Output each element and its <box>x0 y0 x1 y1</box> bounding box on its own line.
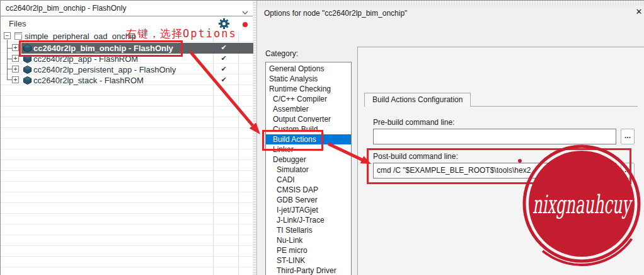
enabled-check-icon[interactable]: ✔ <box>217 44 230 52</box>
category-item[interactable]: CMSIS DAP <box>266 185 351 195</box>
close-icon[interactable]: ✕ <box>634 7 644 17</box>
files-header-label: Files <box>9 19 26 28</box>
expand-icon[interactable]: + <box>12 55 19 62</box>
project-icon <box>23 66 32 74</box>
category-item[interactable]: J-Link/J-Trace <box>266 215 351 225</box>
expand-icon[interactable]: + <box>12 76 19 83</box>
category-item[interactable]: GDB Server <box>266 195 351 205</box>
expand-icon[interactable]: + <box>12 44 19 51</box>
workspace-overview-icon <box>14 32 22 40</box>
category-item[interactable]: PE micro <box>266 245 351 255</box>
tree-item-label[interactable]: cc2640r2lp_stack - FlashROM <box>33 76 144 85</box>
tree-item-label[interactable]: simple_peripheral_oad_onchip <box>25 32 136 41</box>
category-listbox[interactable]: General Options Static Analysis Runtime … <box>265 62 352 275</box>
category-item[interactable]: Static Analysis <box>266 74 351 84</box>
category-item[interactable]: ST-LINK <box>266 255 351 266</box>
category-item[interactable]: General Options <box>266 64 351 74</box>
tree-item-label[interactable]: cc2640r2lp_persistent_app - FlashOnly <box>33 65 176 74</box>
project-icon <box>23 76 32 85</box>
category-label: Category: <box>265 49 298 58</box>
category-item[interactable]: Debugger <box>266 155 351 165</box>
category-item[interactable]: CADI <box>266 175 351 185</box>
expand-icon[interactable]: + <box>12 66 19 73</box>
tab-build-actions-configuration[interactable]: Build Actions Configuration <box>364 93 471 107</box>
window-splitter[interactable] <box>253 1 257 275</box>
prebuild-browse-button[interactable]: ... <box>621 129 635 144</box>
annotation-tip-text: 右键，选择Options <box>126 26 237 41</box>
category-item[interactable]: Simulator <box>266 165 351 175</box>
tree-row-stack[interactable]: + cc2640r2lp_stack - FlashROM ✔ <box>1 74 253 85</box>
prebuild-label: Pre-build command line: <box>373 118 454 127</box>
annotation-box-tree-item <box>19 40 183 57</box>
category-item[interactable]: TI Stellaris <box>266 225 351 235</box>
category-item[interactable]: Nu-Link <box>266 235 351 245</box>
annotation-box-postbuild <box>367 148 631 184</box>
red-dot-annotation <box>243 22 248 27</box>
enabled-check-icon[interactable]: ✔ <box>217 54 230 62</box>
category-item[interactable]: Third-Party Driver <box>266 266 351 275</box>
annotation-box-build-actions <box>262 130 323 151</box>
category-item[interactable]: I-jet/JTAGjet <box>266 205 351 215</box>
collapse-icon[interactable]: − <box>4 32 11 39</box>
screenshot-root: cc2640r2lp_bim_onchip - FlashOnly Files <box>0 0 644 275</box>
category-item[interactable]: Runtime Checking <box>266 84 351 94</box>
enabled-check-icon[interactable]: ✔ <box>217 76 230 84</box>
enabled-check-icon[interactable]: ✔ <box>217 65 230 73</box>
category-item[interactable]: Assembler <box>266 104 351 114</box>
build-config-dropdown[interactable]: cc2640r2lp_bim_onchip - FlashOnly <box>1 1 253 16</box>
tree-row-persistent-app[interactable]: + cc2640r2lp_persistent_app - FlashOnly … <box>1 64 253 74</box>
prebuild-input[interactable] <box>373 129 616 144</box>
dialog-title: Options for node "cc2640r2lp_bim_onchip" <box>264 9 407 18</box>
background-texture <box>257 1 644 6</box>
category-item[interactable]: C/C++ Compiler <box>266 94 351 104</box>
category-item[interactable]: Output Converter <box>266 114 351 124</box>
build-config-value: cc2640r2lp_bim_onchip - FlashOnly <box>6 4 126 13</box>
